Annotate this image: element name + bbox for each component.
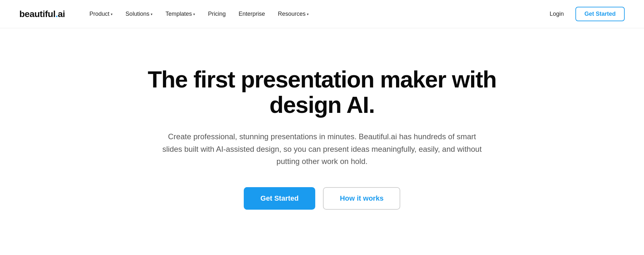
hero-subtitle: Create professional, stunning presentati… xyxy=(161,131,483,168)
chevron-down-icon: ▾ xyxy=(193,12,195,16)
nav-item-product-label: Product xyxy=(90,11,109,17)
hero-buttons: Get Started How it works xyxy=(244,187,400,210)
nav-item-templates-label: Templates xyxy=(166,11,192,17)
nav-item-enterprise-label: Enterprise xyxy=(239,11,265,17)
hero-title: The first presentation maker with design… xyxy=(129,67,515,118)
hero-get-started-button[interactable]: Get Started xyxy=(244,187,316,210)
nav-item-enterprise[interactable]: Enterprise xyxy=(233,8,270,20)
navbar: beautiful.ai Product ▾ Solutions ▾ Templ… xyxy=(0,0,644,28)
get-started-nav-button[interactable]: Get Started xyxy=(575,7,625,21)
nav-item-resources-label: Resources xyxy=(278,11,306,17)
chevron-down-icon: ▾ xyxy=(307,12,309,16)
nav-item-pricing[interactable]: Pricing xyxy=(203,8,231,20)
nav-item-solutions[interactable]: Solutions ▾ xyxy=(120,8,158,20)
nav-item-resources[interactable]: Resources ▾ xyxy=(273,8,314,20)
hero-section: The first presentation maker with design… xyxy=(0,28,644,242)
logo[interactable]: beautiful.ai xyxy=(19,9,65,19)
nav-item-product[interactable]: Product ▾ xyxy=(84,8,118,20)
chevron-down-icon: ▾ xyxy=(151,12,153,16)
login-button[interactable]: Login xyxy=(545,8,569,20)
nav-item-solutions-label: Solutions xyxy=(126,11,149,17)
nav-links: Product ▾ Solutions ▾ Templates ▾ Pricin… xyxy=(84,8,545,20)
chevron-down-icon: ▾ xyxy=(111,12,113,16)
nav-item-pricing-label: Pricing xyxy=(208,11,226,17)
nav-item-templates[interactable]: Templates ▾ xyxy=(160,8,200,20)
nav-right: Login Get Started xyxy=(545,7,625,21)
hero-how-it-works-button[interactable]: How it works xyxy=(323,187,400,210)
logo-text: beautiful.ai xyxy=(19,9,65,19)
